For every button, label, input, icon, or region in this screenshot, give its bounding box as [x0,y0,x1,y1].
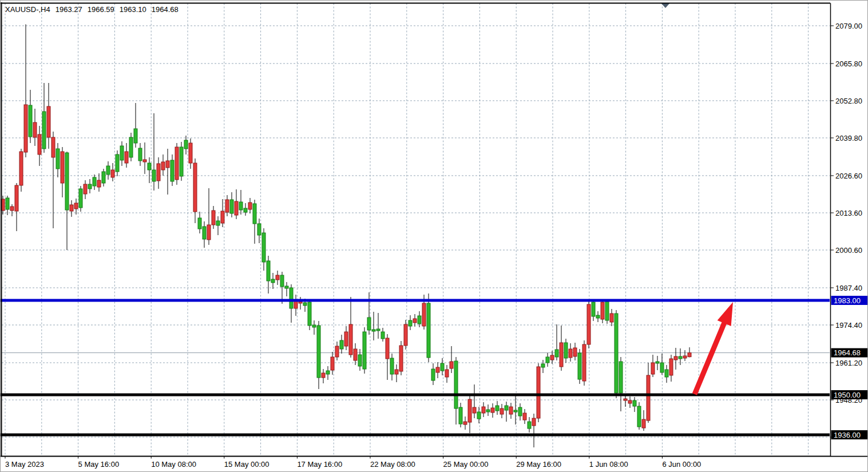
candle-body [106,166,110,174]
candle-body [157,164,160,181]
candle-body [42,112,46,149]
candle-body [555,350,558,357]
candle-body [537,367,540,418]
candle-body [496,406,499,411]
candle-body [344,332,348,346]
candle-body [509,407,513,414]
candle-body [628,400,632,403]
time-axis-label: 22 May 08:00 [370,460,415,469]
candle-body [47,106,50,137]
candle-body [93,177,96,186]
candle-body [203,227,206,239]
candle-body [427,303,430,358]
time-axis-label: 29 May 16:00 [516,460,561,469]
candle-body [29,105,32,137]
candle-body [477,412,481,419]
candle-body [642,419,645,428]
candle-body [615,314,618,393]
candle-body [65,153,69,210]
candle-body [125,152,128,163]
candle-body [445,370,449,377]
price-badge-1950.00-label: 1950.00 [834,391,861,399]
candle-body [239,202,243,210]
chart-symbol-title: XAUUSD-,H41963.271966.591963.101964.68 [5,5,184,14]
candle-body [290,288,293,308]
candle-body [161,162,165,170]
price-tick-label: 1974.40 [835,321,862,330]
candle-body [317,326,320,378]
candle-body [637,406,641,427]
candle-body [308,302,311,326]
candle-body [491,408,494,412]
time-axis-label: 10 May 08:00 [151,460,196,469]
candle-body [596,315,600,318]
price-tick-label: 2079.00 [835,22,862,30]
candle-body [560,343,563,367]
candle-body [610,314,613,322]
time-axis-label: 5 May 16:00 [78,460,120,469]
candle-body [175,147,179,180]
candle-body [285,286,288,288]
candle-body [514,410,517,412]
candle-body [88,184,92,189]
candle-body [33,122,37,137]
price-tick-label: 2039.80 [835,134,862,142]
price-axis-band[interactable] [830,1,868,456]
candle-body [212,211,215,225]
candle-body [143,160,146,162]
ohlc-low: 1963.10 [120,5,146,14]
candle-body [235,201,238,215]
candle-body [532,418,536,426]
candle-body [349,324,352,355]
candle-body [262,233,265,262]
candle-body [148,163,151,170]
price-badge-1983.00-label: 1983.00 [834,296,861,305]
candle-body [171,160,174,181]
candle-body [271,279,275,283]
candle-body [463,422,467,425]
symbol-period-label: XAUUSD-,H4 [5,5,50,14]
candle-body [152,170,156,181]
candle-body [564,343,568,358]
candle-body [189,143,192,163]
candle-body [367,318,371,330]
candle-body [331,357,334,370]
candle-body [120,146,124,160]
candle-body [592,302,595,316]
candle-body [656,362,659,363]
candle-body [322,373,325,378]
price-tick-label: 2000.60 [835,246,862,255]
candle-body [454,361,458,408]
candle-body [363,332,366,369]
time-axis-label: 6 Jun 00:00 [662,460,701,469]
candle-body [276,275,279,280]
candle-body [573,348,577,356]
candle-body [436,367,439,372]
candle-body [390,358,394,374]
candlestick-chart[interactable]: 2079.002065.802052.802039.802026.602013.… [1,1,868,472]
candle-body [450,362,453,368]
price-badge-1936.00-label: 1936.00 [834,431,861,439]
price-tick-label: 2013.60 [835,209,862,217]
candle-body [6,198,9,209]
candle-body [431,369,435,380]
candle-body [326,371,330,374]
candle-body [482,407,485,413]
time-axis-label: 15 May 00:00 [224,460,269,469]
candle-body [651,363,655,374]
time-axis-label: 3 May 2023 [5,460,44,469]
candle-body [97,180,101,187]
mt4-chart-window: XAUUSD-,H41963.271966.591963.101964.68 2… [0,0,868,472]
candle-body [669,359,673,375]
candle-body [134,129,137,143]
candle-body [399,346,403,371]
candle-body [56,149,60,169]
candle-body [116,154,119,172]
candle-body [221,211,224,223]
candle-body [10,207,14,211]
candle-body [166,161,169,168]
candle-body [248,203,252,209]
candle-body [129,137,133,157]
ohlc-open: 1963.27 [56,5,82,14]
candle-body [500,408,504,414]
